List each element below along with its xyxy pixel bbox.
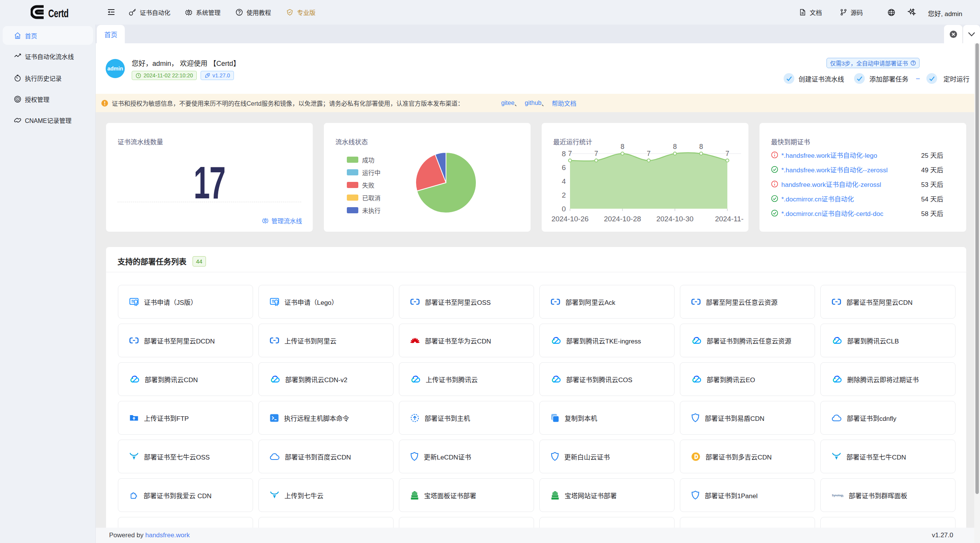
svg-text:2: 2 [562,191,566,199]
svg-text:2024-10-26: 2024-10-26 [551,215,588,223]
svg-text:7: 7 [594,150,598,157]
svg-text:7: 7 [568,150,572,157]
svg-text:2024-10-28: 2024-10-28 [604,215,641,223]
svg-text:7: 7 [725,150,729,157]
svg-text:8: 8 [699,144,703,150]
svg-text:7: 7 [647,150,650,157]
svg-text:4: 4 [562,177,566,185]
svg-text:2024-10-30: 2024-10-30 [656,215,693,223]
svg-text:8: 8 [562,150,566,158]
svg-text:6: 6 [562,164,566,172]
svg-text:2024-11-: 2024-11- [715,215,744,223]
svg-text:Synology: Synology [832,494,843,497]
svg-text:8: 8 [673,144,677,150]
svg-text:0: 0 [562,205,566,213]
svg-text:8: 8 [621,144,624,150]
